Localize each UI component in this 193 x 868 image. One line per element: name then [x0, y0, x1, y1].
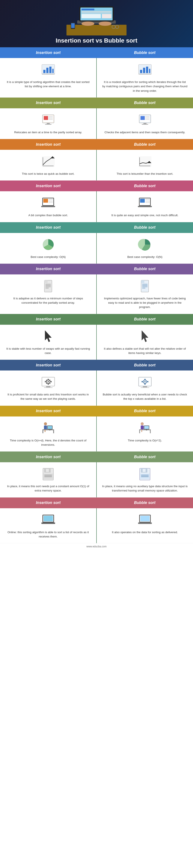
right-content-7: Bubble sort is actually very beneficial … — [97, 371, 193, 406]
svg-rect-128 — [143, 469, 146, 472]
svg-marker-77 — [142, 331, 148, 342]
svg-rect-139 — [138, 522, 152, 524]
svg-rect-124 — [44, 475, 52, 475]
right-content-10: It also operates on the data for sorting… — [97, 508, 193, 544]
svg-rect-31 — [48, 116, 53, 118]
row-content-7: It is proficient for small data sets and… — [0, 371, 193, 406]
right-content-5: Implements optimized approach, have fewe… — [97, 274, 193, 314]
right-header-0: Bubble sort — [96, 47, 193, 58]
svg-rect-99 — [147, 381, 148, 382]
left-text-7: It is proficient for small data sets and… — [5, 393, 91, 401]
svg-rect-106 — [48, 426, 52, 429]
left-text-3: A bit complex than bubble sort. — [28, 213, 68, 217]
svg-rect-96 — [144, 379, 146, 380]
row-header-9: Insertion sort Bubble sort — [0, 452, 193, 462]
right-header-label-7: Bubble sort — [134, 363, 155, 368]
right-icon-4 — [137, 237, 154, 252]
svg-rect-98 — [142, 381, 143, 382]
svg-rect-122 — [46, 469, 49, 472]
svg-rect-82 — [48, 379, 49, 380]
svg-rect-103 — [44, 426, 47, 429]
svg-rect-19 — [49, 67, 51, 73]
right-icon-8 — [137, 421, 154, 436]
svg-rect-73 — [142, 285, 148, 286]
section-9: Insertion sort Bubble sort In place, it … — [0, 452, 193, 497]
left-content-3: A bit complex than bubble sort. — [0, 191, 97, 222]
left-content-4: Best case complexity: O(N) — [0, 233, 97, 264]
svg-point-81 — [48, 381, 49, 382]
svg-rect-84 — [45, 381, 46, 382]
svg-rect-6 — [81, 12, 112, 13]
row-header-8: Insertion sort Bubble sort — [0, 406, 193, 416]
right-header-1: Bubble sort — [96, 98, 193, 108]
left-header-8: Insertion sort — [0, 406, 96, 416]
left-header-10: Insertion sort — [0, 497, 96, 508]
section-4: Insertion sort Bubble sort Best case com… — [0, 222, 193, 264]
row-header-0: Insertion sort Bubble sort — [0, 47, 193, 58]
left-header-label-5: Insertion sort — [36, 267, 61, 271]
left-content-9: In place, it means this sort needs just … — [0, 462, 97, 497]
svg-rect-30 — [44, 116, 48, 120]
right-text-0: It is a modest algorithm for sorting whi… — [102, 80, 188, 93]
svg-rect-4 — [81, 9, 94, 10]
svg-rect-134 — [43, 516, 53, 521]
right-header-label-1: Bubble sort — [134, 100, 155, 105]
svg-rect-20 — [52, 69, 53, 73]
row-header-3: Insertion sort Bubble sort — [0, 181, 193, 191]
left-header-label-4: Insertion sort — [36, 225, 61, 230]
right-icon-7 — [137, 375, 154, 390]
svg-rect-52 — [43, 199, 48, 203]
row-header-5: Insertion sort Bubble sort — [0, 264, 193, 274]
svg-point-9 — [81, 22, 94, 26]
right-header-5: Bubble sort — [96, 264, 193, 274]
svg-rect-90 — [46, 386, 50, 387]
right-content-2: This sort is leisurelier than the insert… — [97, 150, 193, 181]
left-icon-3 — [40, 195, 57, 211]
section-6: Insertion sort Bubble sort It is stable … — [0, 314, 193, 360]
svg-marker-71 — [141, 280, 144, 283]
svg-rect-40 — [144, 123, 147, 124]
right-icon-9 — [137, 467, 154, 482]
left-icon-0 — [40, 62, 57, 78]
left-header-label-6: Insertion sort — [36, 317, 61, 321]
left-content-10: Online: this sorting algorithm is able t… — [0, 508, 97, 544]
section-0: Insertion sort Bubble sort It is a simpl… — [0, 47, 193, 98]
header-image — [64, 2, 129, 36]
right-header-label-5: Bubble sort — [134, 267, 155, 271]
left-icon-4 — [40, 237, 57, 252]
svg-rect-117 — [141, 429, 142, 432]
svg-rect-131 — [141, 476, 149, 477]
left-icon-2 — [40, 154, 57, 169]
svg-rect-112 — [141, 426, 144, 429]
section-2: Insertion sort Bubble sort This sort is … — [0, 139, 193, 181]
svg-rect-118 — [139, 429, 140, 433]
right-text-6: It also defines a stable sort that will … — [102, 347, 188, 355]
svg-rect-24 — [143, 68, 145, 73]
left-header-label-0: Insertion sort — [36, 51, 61, 55]
right-header-label-4: Bubble sort — [134, 225, 155, 230]
right-icon-10 — [137, 513, 154, 528]
row-content-5: It is adaptive as it delivers a minimum … — [0, 274, 193, 314]
left-header-7: Insertion sort — [0, 360, 96, 371]
right-text-4: Best case complexity: O(N) — [127, 255, 162, 259]
right-header-label-9: Bubble sort — [134, 455, 155, 459]
row-header-7: Insertion sort Bubble sort — [0, 360, 193, 371]
right-header-7: Bubble sort — [96, 360, 193, 371]
right-content-0: It is a modest algorithm for sorting whi… — [97, 58, 193, 98]
right-icon-6 — [137, 329, 154, 344]
section-7: Insertion sort Bubble sort — [0, 360, 193, 406]
left-text-0: It is a simple type of sorting algorithm… — [5, 80, 91, 89]
svg-rect-55 — [41, 206, 55, 207]
row-content-10: Online: this sorting algorithm is able t… — [0, 508, 193, 544]
left-content-8: Time complexity is O(n+d). Here, the d d… — [0, 416, 97, 452]
svg-point-102 — [44, 422, 47, 425]
row-content-2: This sort is twice as quick as bubble so… — [0, 150, 193, 181]
svg-rect-18 — [46, 68, 48, 73]
left-header-label-3: Insertion sort — [36, 184, 61, 188]
svg-rect-67 — [45, 285, 51, 286]
left-text-8: Time complexity is O(n+d). Here, the d d… — [5, 438, 91, 447]
right-content-8: Time complexity is O(n^2). — [97, 416, 193, 452]
svg-rect-138 — [140, 516, 150, 521]
svg-rect-8 — [102, 14, 112, 18]
right-text-7: Bubble sort is actually very beneficial … — [102, 393, 188, 401]
